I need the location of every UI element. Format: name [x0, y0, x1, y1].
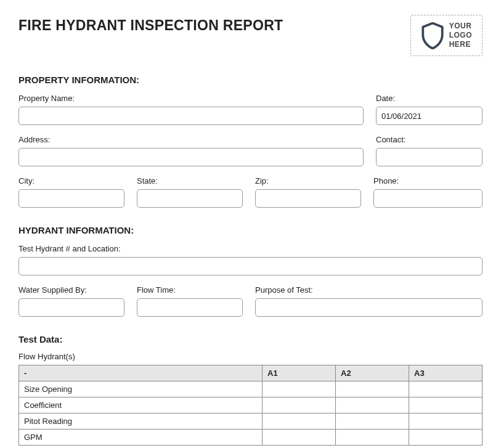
logo-placeholder-text: YOURLOGOHERE	[449, 22, 472, 49]
col-header-a1: A1	[263, 365, 336, 381]
col-header-a2: A2	[336, 365, 409, 381]
cell-a3[interactable]	[409, 430, 483, 446]
col-header-dash: -	[19, 365, 263, 381]
shield-icon	[421, 22, 444, 49]
test-hydrant-label: Test Hydrant # and Location:	[18, 244, 483, 253]
property-info-heading: PROPERTY INFORMATION:	[18, 75, 483, 85]
water-supplied-label: Water Supplied By:	[18, 285, 124, 295]
cell-a1[interactable]	[263, 413, 336, 430]
table-row: Size Opening	[19, 381, 483, 397]
cell-a2[interactable]	[336, 413, 409, 430]
phone-input[interactable]	[373, 189, 483, 208]
hydrant-info-heading: HYDRANT INFORMATION:	[18, 225, 483, 235]
test-data-heading: Test Data:	[18, 334, 483, 344]
row-label: GPM	[19, 430, 263, 446]
date-input[interactable]	[376, 107, 483, 125]
report-header: FIRE HYDRANT INSPECTION REPORT YOURLOGOH…	[18, 15, 483, 56]
cell-a1[interactable]	[263, 430, 336, 446]
table-row: Coefficient	[19, 397, 483, 413]
cell-a2[interactable]	[336, 430, 409, 446]
cell-a1[interactable]	[263, 381, 336, 397]
address-label: Address:	[18, 135, 364, 144]
contact-input[interactable]	[376, 148, 483, 166]
cell-a2[interactable]	[336, 381, 409, 397]
date-label: Date:	[376, 94, 483, 103]
table-row: Pitot Reading	[19, 413, 483, 430]
cell-a3[interactable]	[409, 397, 483, 413]
city-label: City:	[18, 176, 124, 185]
test-data-table: - A1 A2 A3 Size Opening Coefficient Pito…	[18, 365, 483, 446]
zip-label: Zip:	[255, 176, 361, 185]
test-data-caption: Flow Hydrant(s)	[18, 352, 483, 361]
property-information-section: PROPERTY INFORMATION: Property Name: Dat…	[18, 75, 483, 208]
row-label: Pitot Reading	[19, 413, 263, 430]
cell-a2[interactable]	[336, 397, 409, 413]
col-header-a3: A3	[409, 365, 483, 381]
address-input[interactable]	[18, 148, 364, 166]
purpose-label: Purpose of Test:	[255, 285, 483, 295]
test-hydrant-input[interactable]	[18, 257, 483, 275]
row-label: Coefficient	[19, 397, 263, 413]
cell-a3[interactable]	[409, 381, 483, 397]
cell-a3[interactable]	[409, 413, 483, 430]
table-row: GPM	[19, 430, 483, 446]
flow-time-input[interactable]	[137, 298, 243, 317]
water-supplied-input[interactable]	[18, 298, 124, 317]
property-name-input[interactable]	[18, 107, 364, 125]
property-name-label: Property Name:	[18, 94, 364, 103]
hydrant-information-section: HYDRANT INFORMATION: Test Hydrant # and …	[18, 225, 483, 317]
flow-time-label: Flow Time:	[137, 285, 243, 295]
logo-placeholder: YOURLOGOHERE	[410, 15, 483, 56]
test-data-section: Test Data: Flow Hydrant(s) - A1 A2 A3 Si…	[18, 334, 483, 446]
contact-label: Contact:	[376, 135, 483, 144]
cell-a1[interactable]	[263, 397, 336, 413]
purpose-input[interactable]	[255, 298, 483, 317]
table-header-row: - A1 A2 A3	[19, 365, 483, 381]
phone-label: Phone:	[373, 176, 483, 185]
report-title: FIRE HYDRANT INSPECTION REPORT	[18, 15, 283, 34]
state-input[interactable]	[137, 189, 243, 208]
row-label: Size Opening	[19, 381, 263, 397]
zip-input[interactable]	[255, 189, 361, 208]
state-label: State:	[137, 176, 243, 185]
city-input[interactable]	[18, 189, 124, 208]
